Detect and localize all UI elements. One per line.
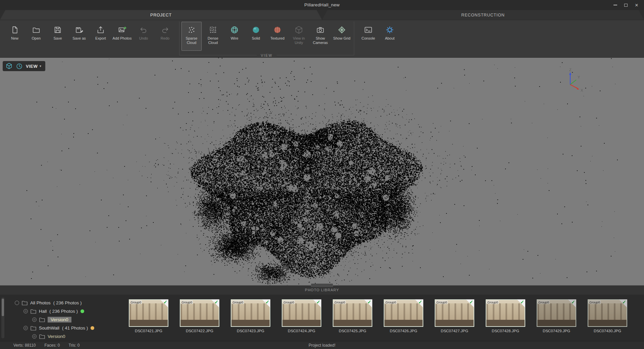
toolbar-button-label: Dense Cloud bbox=[203, 36, 223, 45]
toolbar-button-show-grid[interactable]: Show Grid bbox=[331, 21, 352, 51]
toolbar-button-label: Undo bbox=[139, 36, 148, 41]
window-controls: ✕ bbox=[610, 0, 642, 10]
photo-thumbnail[interactable]: Group0✓DSC07424.JPG bbox=[282, 299, 321, 333]
panel-splitter[interactable] bbox=[311, 284, 333, 287]
viewport-controls: VIEW ▾ bbox=[3, 61, 45, 71]
view-dropdown[interactable]: VIEW ▾ bbox=[26, 64, 41, 69]
window-title: PillaredHall_new bbox=[0, 0, 644, 10]
tree-item-version0[interactable]: Version0 bbox=[0, 332, 125, 341]
toolbar-button-label: View in Unity bbox=[288, 36, 309, 45]
axis-gizmo[interactable]: Z Y X bbox=[557, 67, 588, 97]
check-icon: ✓ bbox=[520, 300, 524, 304]
toolbar-button-show-cameras[interactable]: Show Cameras bbox=[310, 21, 331, 51]
tree-item-southwall[interactable]: SouthWall( 41 Photos ) bbox=[0, 324, 125, 332]
check-icon: ✓ bbox=[214, 300, 218, 304]
photo-thumbnail[interactable]: Group0✓DSC07421.JPG bbox=[129, 299, 168, 333]
visibility-toggle[interactable] bbox=[32, 334, 37, 339]
maximize-button[interactable] bbox=[621, 0, 631, 10]
tree-item-hall[interactable]: Hall( 236 Photos ) bbox=[0, 307, 125, 315]
toolbar-button-new[interactable]: New bbox=[4, 21, 25, 51]
photo-thumbnail[interactable]: Group0✓DSC07426.JPG bbox=[384, 299, 423, 333]
photo-thumbnail-image[interactable]: Group0✓ bbox=[537, 299, 576, 327]
point-cloud-canvas[interactable] bbox=[0, 58, 644, 285]
toolbar-button-label: Add Photos bbox=[113, 36, 132, 41]
tab-project[interactable]: PROJECT bbox=[0, 10, 322, 20]
view-dropdown-label: VIEW bbox=[26, 64, 38, 69]
titlebar[interactable]: PillaredHall_new ✕ bbox=[0, 0, 644, 10]
textured-icon bbox=[273, 24, 282, 35]
check-icon: ✓ bbox=[571, 300, 575, 304]
check-icon: ✓ bbox=[622, 300, 626, 304]
application-window: PillaredHall_new ✕ PROJECT RECONSTRUCTIO… bbox=[0, 0, 644, 349]
about-icon bbox=[385, 24, 394, 35]
viewport-3d[interactable]: VIEW ▾ Z Y X bbox=[0, 58, 644, 285]
visibility-toggle[interactable] bbox=[15, 301, 19, 305]
minimize-button[interactable] bbox=[610, 0, 621, 10]
visibility-toggle[interactable] bbox=[23, 326, 28, 330]
folder-icon bbox=[31, 326, 36, 331]
toolbar-button-view-in-unity[interactable]: View in Unity bbox=[288, 21, 309, 51]
photo-thumbnail-image[interactable]: Group0✓ bbox=[486, 299, 525, 327]
toolbar-button-add-photos[interactable]: Add Photos bbox=[112, 21, 132, 51]
photo-filename: DSC07427.JPG bbox=[435, 329, 474, 333]
photo-thumbnail-image[interactable]: Group0✓ bbox=[384, 299, 423, 327]
history-clock-icon[interactable] bbox=[16, 63, 23, 70]
toolbar-button-save-as[interactable]: Save as bbox=[69, 21, 90, 51]
toolbar-button-solid[interactable]: Solid bbox=[246, 21, 266, 51]
toolbar-button-save[interactable]: Save bbox=[47, 21, 68, 51]
photo-library-title: PHOTO LIBRARY bbox=[305, 288, 339, 292]
photo-group-badge: Group0 bbox=[487, 300, 499, 304]
photo-thumbnail[interactable]: Group0✓DSC07429.JPG bbox=[537, 299, 576, 333]
toolbar-button-open[interactable]: Open bbox=[26, 21, 47, 51]
toolbar-button-textured[interactable]: Textured bbox=[267, 21, 288, 51]
photo-thumbnail-image[interactable]: Group0✓ bbox=[231, 299, 270, 327]
photo-thumbnail-image[interactable]: Group0✓ bbox=[588, 299, 627, 327]
toolbar-button-dense-cloud[interactable]: Dense Cloud bbox=[203, 21, 223, 51]
toolbar-button-label: About bbox=[385, 36, 395, 41]
photo-thumbnail[interactable]: Group0✓DSC07423.JPG bbox=[231, 299, 270, 333]
close-button[interactable]: ✕ bbox=[631, 0, 642, 10]
photo-thumbnail-image[interactable]: Group0✓ bbox=[435, 299, 474, 327]
photo-count: ( 236 Photos ) bbox=[49, 309, 78, 314]
photo-filename: DSC07425.JPG bbox=[333, 329, 372, 333]
tree-item-version0[interactable]: Version0 bbox=[0, 315, 125, 324]
close-icon: ✕ bbox=[635, 3, 639, 8]
photo-thumbnail[interactable]: Group0✓DSC07425.JPG bbox=[333, 299, 372, 333]
add-photos-icon bbox=[118, 24, 126, 35]
photo-thumbnail[interactable]: Group0✓DSC07422.JPG bbox=[180, 299, 219, 333]
photo-filename: DSC07430.JPG bbox=[588, 329, 627, 333]
tree-scrollbar[interactable] bbox=[1, 297, 4, 338]
photo-thumbnail-image[interactable]: Group0✓ bbox=[129, 299, 168, 327]
toolbar-button-wire[interactable]: Wire bbox=[224, 21, 245, 51]
toolbar-button-about[interactable]: About bbox=[379, 21, 400, 51]
toolbar-button-export[interactable]: Export bbox=[90, 21, 111, 51]
toolbar-button-sparse-cloud[interactable]: Sparse Cloud bbox=[181, 21, 202, 51]
scrollbar-thumb[interactable] bbox=[2, 299, 4, 316]
axis-z-label: Z bbox=[569, 68, 572, 72]
visibility-toggle[interactable] bbox=[32, 317, 37, 322]
status-dot bbox=[80, 309, 84, 313]
photo-thumbnail-image[interactable]: Group0✓ bbox=[282, 299, 321, 327]
axis-x-line bbox=[570, 85, 577, 88]
photo-tree: All Photos( 236 Photos )Hall( 236 Photos… bbox=[0, 295, 125, 341]
toolbar-button-label: Show Cameras bbox=[310, 36, 331, 45]
photo-thumbnail-image[interactable]: Group0✓ bbox=[333, 299, 372, 327]
save-as-icon bbox=[75, 24, 84, 35]
orientation-cube-icon[interactable] bbox=[5, 62, 13, 70]
visibility-toggle[interactable] bbox=[23, 309, 28, 313]
check-icon: ✓ bbox=[418, 300, 422, 304]
show-grid-icon bbox=[337, 24, 346, 35]
toolbar-button-undo[interactable]: Undo bbox=[133, 21, 154, 51]
tab-reconstruction[interactable]: RECONSTRUCTION bbox=[322, 10, 644, 20]
photo-thumbnail[interactable]: Group0✓DSC07427.JPG bbox=[435, 299, 474, 333]
toolbar-button-console[interactable]: Console bbox=[358, 21, 379, 51]
tree-item-label: Version0 bbox=[48, 317, 71, 322]
photo-group-badge: Group0 bbox=[283, 300, 295, 304]
toolbar-button-redo[interactable]: Redo bbox=[155, 21, 175, 51]
axis-z-arrow bbox=[569, 72, 571, 75]
photo-thumbnail[interactable]: Group0✓DSC07430.JPG bbox=[588, 299, 627, 333]
photo-thumbnail-strip: Group0✓DSC07421.JPGGroup0✓DSC07422.JPGGr… bbox=[125, 295, 627, 341]
tree-item-all-photos[interactable]: All Photos( 236 Photos ) bbox=[0, 299, 125, 307]
photo-thumbnail-image[interactable]: Group0✓ bbox=[180, 299, 219, 327]
photo-thumbnail[interactable]: Group0✓DSC07428.JPG bbox=[486, 299, 525, 333]
